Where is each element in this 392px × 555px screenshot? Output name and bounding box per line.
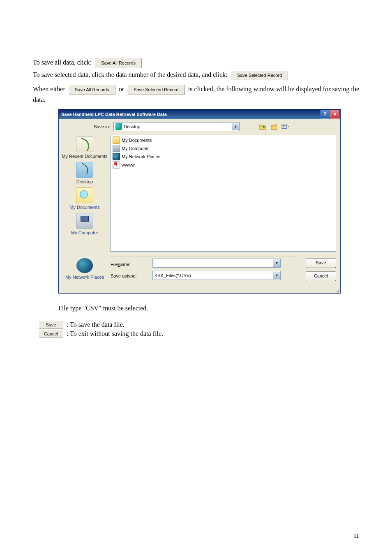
explain-cancel: : To exit without saving the data file.: [67, 330, 163, 337]
file-name-combo[interactable]: ▼: [152, 259, 281, 268]
places-bar: My Recent Documents Desktop My Documents…: [59, 132, 111, 252]
save-in-value: Desktop: [124, 124, 232, 129]
folder-icon: [113, 136, 120, 144]
list-item[interactable]: My Documents: [112, 136, 335, 144]
save-selected-record-button-img-2: Save Selected Record: [127, 85, 184, 95]
place-my-network-places[interactable]: My Network Places: [59, 257, 111, 281]
list-item[interactable]: wwww: [112, 161, 335, 169]
save-selected-record-button-img: Save Selected Record: [231, 70, 288, 81]
save-as-type-value: KBK_Files(*.CSV): [153, 273, 273, 278]
place-desktop-label: Desktop: [59, 179, 111, 184]
save-all-records-button-img-2: Save All Records: [69, 85, 115, 95]
place-recent-documents[interactable]: My Recent Documents: [59, 135, 111, 160]
cancel-button-img: Cancel: [39, 330, 63, 338]
resize-grip-icon[interactable]: ◢: [59, 289, 340, 293]
list-item-label: My Network Places: [122, 154, 160, 159]
dialog-toolbar: Save in: Desktop ▼ ←: [59, 119, 340, 132]
shortcut-icon: [113, 161, 120, 169]
text-when-either-a: When either: [33, 86, 65, 92]
svg-rect-8: [282, 124, 287, 128]
place-my-documents[interactable]: My Documents: [59, 186, 111, 211]
page-number: 11: [354, 533, 359, 539]
list-item[interactable]: My Computer: [112, 144, 335, 153]
dialog-title: Save Handheld LPC Data Retrieval Softwar…: [61, 112, 167, 117]
save-in-combo[interactable]: Desktop ▼: [113, 122, 240, 131]
desktop-place-icon: [76, 162, 93, 178]
place-mydocs-label: My Documents: [59, 205, 111, 210]
save-button[interactable]: Save: [306, 258, 336, 268]
dropdown-icon[interactable]: ▼: [232, 123, 239, 130]
view-menu-icon[interactable]: [281, 123, 290, 131]
save-dialog: Save Handheld LPC Data Retrieval Softwar…: [58, 109, 341, 294]
save-in-label: Save in:: [63, 124, 113, 129]
svg-rect-3: [271, 125, 274, 126]
back-icon[interactable]: ←: [247, 123, 255, 131]
list-item[interactable]: My Network Places: [112, 153, 335, 161]
svg-rect-1: [260, 125, 262, 126]
text-save-sel-pre: To save selected data, click the data nu…: [33, 71, 228, 78]
dropdown-icon[interactable]: ▼: [273, 272, 280, 279]
my-computer-item-icon: [113, 145, 120, 152]
up-one-level-icon[interactable]: [258, 123, 267, 131]
save-as-type-combo[interactable]: KBK_Files(*.CSV) ▼: [152, 271, 281, 280]
recent-documents-icon: [76, 136, 93, 152]
list-item-label: My Computer: [122, 146, 149, 151]
my-network-places-icon: [76, 258, 93, 273]
new-folder-icon[interactable]: [270, 123, 278, 131]
cancel-button[interactable]: Cancel: [306, 271, 336, 281]
save-button-img: Save: [39, 321, 63, 329]
explain-save: : To save the data file.: [67, 321, 125, 328]
list-item-label: My Documents: [122, 138, 152, 143]
network-places-item-icon: [113, 153, 120, 160]
desktop-icon: [115, 123, 122, 130]
place-recent-label: My Recent Documents: [59, 154, 111, 159]
my-documents-icon: [76, 187, 93, 203]
close-button[interactable]: ×: [330, 110, 339, 119]
text-save-all-pre: To save all data, click:: [33, 59, 92, 66]
place-mynet-label: My Network Places: [59, 275, 111, 280]
place-my-computer[interactable]: My Computer: [59, 211, 111, 237]
my-computer-icon: [76, 213, 93, 229]
file-name-label: File name:: [111, 259, 152, 270]
place-desktop[interactable]: Desktop: [59, 160, 111, 186]
file-list[interactable]: My Documents My Computer My Network Plac…: [111, 135, 336, 252]
dialog-titlebar: Save Handheld LPC Data Retrieval Softwar…: [59, 109, 340, 119]
text-when-either-b: or: [119, 86, 124, 92]
place-mycomp-label: My Computer: [59, 230, 111, 235]
save-as-type-label: Save as type:: [111, 270, 152, 282]
list-item-label: wwww: [122, 162, 135, 167]
dropdown-icon[interactable]: ▼: [273, 259, 280, 267]
save-all-records-button-img: Save All Records: [95, 58, 142, 68]
note-csv: File type "CSV" must be selected.: [58, 305, 148, 312]
help-button[interactable]: ?: [321, 110, 330, 119]
